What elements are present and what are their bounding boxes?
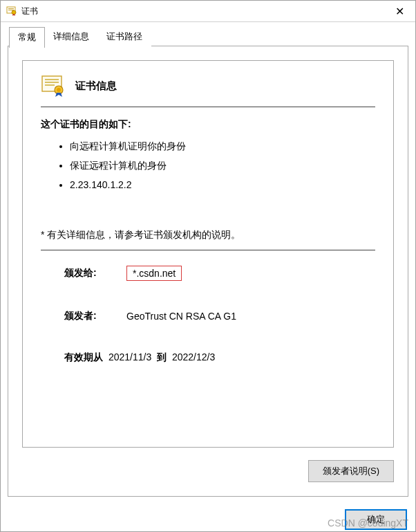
divider-top — [41, 107, 375, 107]
valid-from-value: 2021/11/3 — [108, 351, 151, 363]
certificate-large-icon — [41, 75, 66, 97]
issued-by-row: 颁发者: GeoTrust CN RSA CA G1 — [64, 310, 375, 322]
valid-to-value: 2022/12/3 — [172, 351, 215, 363]
issued-to-value: *.csdn.net — [126, 266, 182, 281]
purpose-title: 这个证书的目的如下: — [41, 118, 375, 131]
svg-rect-7 — [45, 84, 55, 86]
tab-general-label: 常规 — [18, 32, 36, 42]
svg-point-9 — [57, 88, 61, 92]
tab-certpath[interactable]: 证书路径 — [97, 26, 151, 46]
purpose-item: 向远程计算机证明你的身份 — [70, 140, 375, 153]
window-title: 证书 — [21, 6, 384, 17]
close-icon: ✕ — [395, 5, 404, 18]
ok-button[interactable]: 确定 — [345, 509, 407, 530]
svg-rect-1 — [8, 8, 14, 9]
purpose-item: 保证远程计算机的身份 — [70, 160, 375, 172]
dialog-footer: 确定 — [1, 504, 415, 532]
validity-row: 有效期从 2021/11/3 到 2022/12/3 — [64, 351, 375, 364]
close-button[interactable]: ✕ — [384, 1, 415, 21]
issued-to-label: 颁发给: — [64, 267, 126, 279]
tab-general[interactable]: 常规 — [9, 27, 45, 48]
titlebar: 证书 ✕ — [1, 1, 415, 22]
cert-header: 证书信息 — [41, 75, 375, 97]
dialog-body: 常规 详细信息 证书路径 — [1, 22, 415, 504]
certificate-info-box: 证书信息 这个证书的目的如下: 向远程计算机证明你的身份 保证远程计算机的身份 … — [22, 60, 394, 448]
certificate-dialog: 证书 ✕ 常规 详细信息 证书路径 — [0, 0, 416, 532]
tab-strip: 常规 详细信息 证书路径 — [9, 26, 408, 46]
valid-to-label: 到 — [157, 351, 167, 363]
details-note: * 有关详细信息，请参考证书颁发机构的说明。 — [41, 229, 375, 241]
tab-details-label: 详细信息 — [53, 31, 89, 42]
purpose-list: 向远程计算机证明你的身份 保证远程计算机的身份 2.23.140.1.2.2 — [70, 140, 375, 190]
purpose-item: 2.23.140.1.2.2 — [70, 179, 375, 190]
valid-from-label: 有效期从 — [64, 351, 103, 363]
svg-rect-6 — [45, 82, 59, 83]
issued-to-row: 颁发给: *.csdn.net — [64, 266, 375, 281]
issuer-button-row: 颁发者说明(S) — [22, 460, 394, 482]
svg-rect-5 — [45, 79, 59, 80]
certificate-icon — [6, 6, 17, 17]
issued-by-label: 颁发者: — [64, 310, 126, 322]
divider-bottom — [41, 250, 375, 250]
tab-details[interactable]: 详细信息 — [44, 26, 98, 46]
tab-panel-general: 证书信息 这个证书的目的如下: 向远程计算机证明你的身份 保证远程计算机的身份 … — [8, 46, 408, 497]
cert-info-title: 证书信息 — [75, 80, 117, 93]
issuer-statement-button[interactable]: 颁发者说明(S) — [308, 460, 394, 482]
issued-by-value: GeoTrust CN RSA CA G1 — [126, 311, 236, 322]
tab-certpath-label: 证书路径 — [106, 31, 142, 42]
